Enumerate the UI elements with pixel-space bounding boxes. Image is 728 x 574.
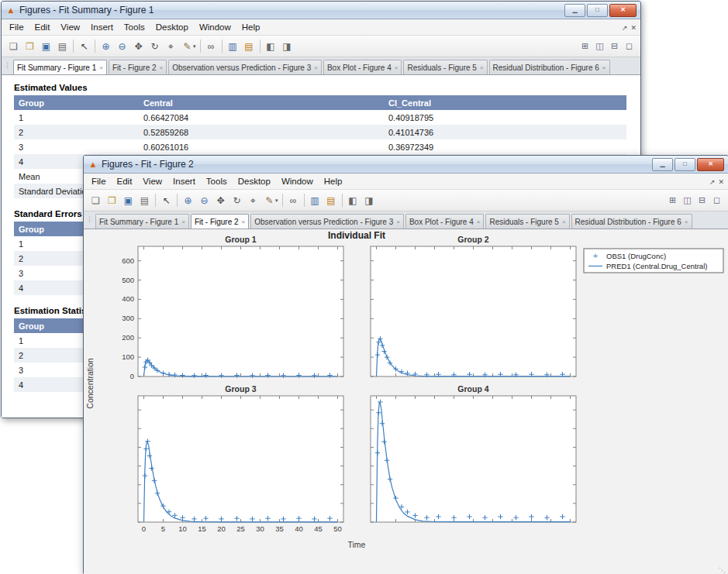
zoom-in-icon[interactable]: ⊕ bbox=[98, 39, 114, 54]
new-figure-icon[interactable]: ❏ bbox=[5, 39, 22, 54]
insert-legend-icon[interactable]: ▤ bbox=[241, 39, 257, 54]
pan-icon[interactable]: ✥ bbox=[212, 193, 229, 208]
menu-file[interactable]: File bbox=[86, 175, 112, 187]
show-plot-tools-icon[interactable]: ◨ bbox=[279, 39, 295, 54]
tab-close-icon[interactable]: × bbox=[242, 218, 246, 225]
tab-close-icon[interactable]: × bbox=[477, 218, 481, 225]
tile-all-icon[interactable]: ⊞ bbox=[665, 193, 680, 208]
tab-close-icon[interactable]: × bbox=[562, 218, 566, 225]
rotate-3d-icon[interactable]: ↻ bbox=[147, 39, 163, 54]
data-cursor-icon[interactable]: ⌖ bbox=[245, 193, 261, 208]
tabbar-grip[interactable]: ⋮ bbox=[3, 61, 13, 71]
edit-plot-icon[interactable]: ↖ bbox=[158, 193, 174, 208]
menu-edit[interactable]: Edit bbox=[29, 21, 56, 33]
menu-tools[interactable]: Tools bbox=[119, 21, 150, 33]
tab-fit-figure-2[interactable]: Fit - Figure 2× bbox=[109, 60, 167, 74]
menu-view[interactable]: View bbox=[55, 21, 85, 33]
figure-toolbar: ❏❐▣▤↖⊕⊖✥↻⌖✎▾∞▥▤◧◨ ⊞◫⊟◻ bbox=[2, 36, 640, 57]
tab-fit-summary-figure-1[interactable]: Fit Summary - Figure 1× bbox=[13, 60, 107, 75]
titlebar[interactable]: ▲ Figures - Fit - Figure 2 ▁□✕ bbox=[84, 156, 728, 174]
edit-plot-icon[interactable]: ↖ bbox=[76, 39, 92, 54]
zoom-out-icon[interactable]: ⊖ bbox=[114, 39, 130, 54]
undock-icon[interactable]: ↗ bbox=[620, 24, 630, 32]
legend[interactable]: +OBS1 (DrugConc)PRED1 (Central.Drug_Cent… bbox=[584, 249, 723, 273]
tab-residuals-figure-5[interactable]: Residuals - Figure 5× bbox=[485, 214, 569, 229]
tab-close-icon[interactable]: × bbox=[602, 64, 606, 71]
minimize-button[interactable]: ▁ bbox=[564, 4, 585, 17]
pan-icon[interactable]: ✥ bbox=[130, 39, 147, 54]
menu-help[interactable]: Help bbox=[236, 21, 266, 33]
resize-grip[interactable]: ⋱ bbox=[719, 566, 726, 574]
tab-box-plot-figure-4[interactable]: Box Plot - Figure 4× bbox=[323, 60, 402, 74]
tab-box-plot-figure-4[interactable]: Box Plot - Figure 4× bbox=[405, 214, 484, 229]
tile-columns-icon[interactable]: ◫ bbox=[680, 193, 695, 208]
show-plot-tools-icon[interactable]: ◨ bbox=[361, 193, 378, 208]
open-file-icon[interactable]: ❐ bbox=[22, 39, 38, 54]
tab-observation-versus-prediction-figure-3[interactable]: Observation versus Prediction - Figure 3… bbox=[168, 60, 322, 74]
close-button[interactable]: ✕ bbox=[609, 4, 637, 17]
menu-edit[interactable]: Edit bbox=[112, 175, 138, 187]
rotate-3d-icon[interactable]: ↻ bbox=[229, 193, 245, 208]
link-plot-icon[interactable]: ∞ bbox=[285, 193, 302, 208]
minimize-button[interactable]: ▁ bbox=[652, 158, 673, 171]
tabbar-grip[interactable]: ⋮ bbox=[85, 215, 95, 225]
menu-help[interactable]: Help bbox=[319, 175, 348, 187]
dropdown-arrow-icon[interactable]: ▾ bbox=[275, 198, 278, 204]
print-figure-icon[interactable]: ▤ bbox=[54, 39, 71, 54]
menu-desktop[interactable]: Desktop bbox=[150, 21, 194, 33]
tab-close-icon[interactable]: × bbox=[480, 64, 484, 71]
tile-all-icon[interactable]: ⊞ bbox=[578, 39, 592, 54]
tab-close-icon[interactable]: × bbox=[181, 218, 185, 225]
dropdown-arrow-icon[interactable]: ▾ bbox=[193, 43, 196, 50]
tab-observation-versus-prediction-figure-3[interactable]: Observation versus Prediction - Figure 3… bbox=[250, 214, 404, 229]
insert-colorbar-icon[interactable]: ▥ bbox=[225, 39, 241, 54]
titlebar[interactable]: ▲ Figures - Fit Summary - Figure 1 ▁□✕ bbox=[2, 2, 640, 19]
print-figure-icon[interactable]: ▤ bbox=[136, 193, 153, 208]
menu-tools[interactable]: Tools bbox=[201, 175, 233, 187]
zoom-out-icon[interactable]: ⊖ bbox=[196, 193, 212, 208]
close-pane-icon[interactable]: ✕ bbox=[716, 178, 726, 186]
tab-fit-figure-2[interactable]: Fit - Figure 2× bbox=[191, 214, 249, 229]
tab-close-icon[interactable]: × bbox=[160, 64, 164, 71]
maximize-button[interactable]: □ bbox=[587, 4, 608, 17]
tab-close-icon[interactable]: × bbox=[99, 64, 103, 71]
menu-file[interactable]: File bbox=[4, 21, 29, 33]
tab-close-icon[interactable]: × bbox=[395, 64, 399, 71]
tab-close-icon[interactable]: × bbox=[314, 64, 318, 71]
link-plot-icon[interactable]: ∞ bbox=[203, 39, 219, 54]
tab-close-icon[interactable]: × bbox=[685, 218, 688, 225]
zoom-in-icon[interactable]: ⊕ bbox=[180, 193, 196, 208]
float-window-icon[interactable]: ◻ bbox=[709, 193, 724, 208]
tile-rows-icon[interactable]: ⊟ bbox=[607, 39, 622, 54]
tab-residuals-figure-5[interactable]: Residuals - Figure 5× bbox=[403, 60, 487, 74]
menu-desktop[interactable]: Desktop bbox=[233, 175, 276, 187]
undock-icon[interactable]: ↗ bbox=[708, 178, 717, 186]
data-cursor-icon[interactable]: ⌖ bbox=[163, 39, 179, 54]
toolbar-icons: ❏❐▣▤↖⊕⊖✥↻⌖✎▾∞▥▤◧◨ bbox=[5, 39, 295, 54]
tab-residual-distribution-figure-6[interactable]: Residual Distribution - Figure 6× bbox=[571, 214, 692, 229]
new-figure-icon[interactable]: ❏ bbox=[88, 193, 104, 208]
insert-colorbar-icon[interactable]: ▥ bbox=[307, 193, 323, 208]
tile-columns-icon[interactable]: ◫ bbox=[592, 39, 607, 54]
hide-plot-tools-icon[interactable]: ◧ bbox=[345, 193, 361, 208]
menu-insert[interactable]: Insert bbox=[167, 175, 201, 187]
close-button[interactable]: ✕ bbox=[697, 158, 724, 171]
open-file-icon[interactable]: ❐ bbox=[104, 193, 120, 208]
hide-plot-tools-icon[interactable]: ◧ bbox=[263, 39, 279, 54]
maximize-button[interactable]: □ bbox=[675, 158, 695, 171]
tab-close-icon[interactable]: × bbox=[396, 218, 400, 225]
tab-label: Box Plot - Figure 4 bbox=[327, 64, 392, 72]
save-figure-icon[interactable]: ▣ bbox=[120, 193, 136, 208]
save-figure-icon[interactable]: ▣ bbox=[38, 39, 54, 54]
menu-window[interactable]: Window bbox=[194, 21, 236, 33]
tile-rows-icon[interactable]: ⊟ bbox=[695, 193, 709, 208]
menu-insert[interactable]: Insert bbox=[85, 21, 119, 33]
menu-window[interactable]: Window bbox=[276, 175, 319, 187]
menu-view[interactable]: View bbox=[137, 175, 167, 187]
tab-fit-summary-figure-1[interactable]: Fit Summary - Figure 1× bbox=[95, 214, 189, 229]
close-pane-icon[interactable]: ✕ bbox=[629, 24, 638, 32]
float-window-icon[interactable]: ◻ bbox=[622, 39, 637, 54]
tab-residual-distribution-figure-6[interactable]: Residual Distribution - Figure 6× bbox=[489, 60, 610, 74]
axes-box bbox=[371, 396, 576, 522]
insert-legend-icon[interactable]: ▤ bbox=[323, 193, 340, 208]
